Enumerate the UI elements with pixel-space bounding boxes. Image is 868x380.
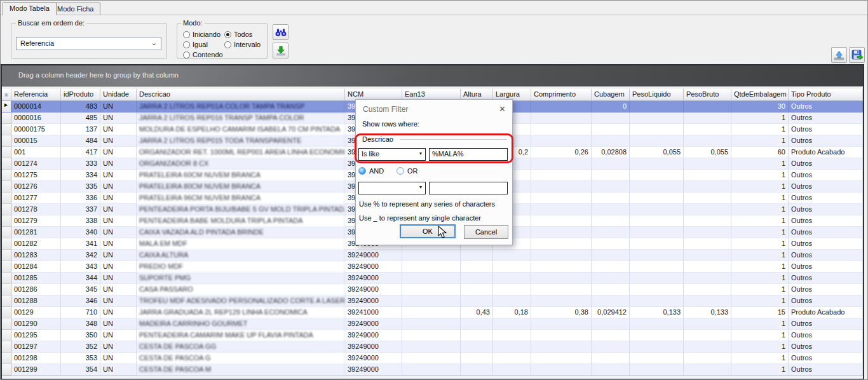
cell-pliq[interactable]: 0,133 <box>630 307 684 318</box>
cell-id[interactable]: 350 <box>61 330 100 341</box>
cell-desc[interactable]: CASA PASSARO <box>137 284 345 295</box>
cell-desc[interactable]: MOLDURA DE ESPELHO CAMARIM ISABELA 70 CM… <box>137 124 345 135</box>
cell-qtde[interactable]: 1 <box>731 295 789 307</box>
cell-comp[interactable] <box>531 135 592 147</box>
cell-referencia[interactable]: 001274 <box>11 158 61 170</box>
cell-ean[interactable] <box>402 307 461 318</box>
filter-operator-combobox[interactable]: Is like ▾ <box>358 148 426 161</box>
cell-un[interactable]: UN <box>100 158 137 170</box>
cell-pbru[interactable]: 0,133 <box>684 307 731 318</box>
cell-tipo[interactable]: Outros <box>789 284 863 295</box>
cell-cub[interactable] <box>592 250 630 261</box>
cell-comp[interactable] <box>531 250 592 261</box>
table-row[interactable]: 001286345UNCASA PASSARO392490001Outros <box>2 284 863 295</box>
cancel-button[interactable]: Cancel <box>464 225 508 239</box>
grid-corner-asterisk-icon[interactable]: ✳ <box>2 89 11 101</box>
mode-radio-intervalo[interactable]: Intervalo <box>224 41 261 50</box>
cell-tipo[interactable]: Outros <box>789 261 863 273</box>
cell-larg[interactable] <box>493 341 531 353</box>
cell-un[interactable]: UN <box>100 227 137 238</box>
mode-radio-iniciando[interactable]: Iniciando <box>183 31 220 39</box>
cell-desc[interactable]: CAIXA VAZADA ALD PINTADA BRINDE <box>137 227 345 238</box>
cell-desc[interactable]: JARRA 2 LITROS REP016 TRANSP TAMPA COLOR <box>137 112 345 124</box>
cell-cub[interactable] <box>592 124 630 135</box>
cell-tipo[interactable]: Outros <box>789 170 863 181</box>
cell-desc[interactable]: PENTEADEIRA CAMARIM MAKE UP FLAVIA PINTA… <box>137 330 345 341</box>
cell-id[interactable]: 340 <box>61 227 100 238</box>
cell-cub[interactable] <box>592 204 630 215</box>
cell-qtde[interactable]: 1 <box>731 318 789 330</box>
column-header-qtdeembalagem[interactable]: QtdeEmbalagem <box>731 89 789 101</box>
cell-ncm[interactable]: 39249000 <box>345 261 402 273</box>
cell-ean[interactable] <box>402 261 461 273</box>
table-row[interactable]: 001283342UNCAIXA ALTURA392490001Outros <box>2 250 863 261</box>
cell-larg[interactable] <box>493 273 531 284</box>
cell-pliq[interactable] <box>630 112 684 124</box>
cell-larg[interactable] <box>493 330 531 341</box>
cell-referencia[interactable]: 0000016 <box>11 112 61 124</box>
cell-qtde[interactable]: 1 <box>731 273 789 284</box>
cell-un[interactable]: UN <box>100 261 137 273</box>
cell-alt[interactable]: 0,43 <box>461 307 493 318</box>
cell-qtde[interactable]: 1 <box>731 193 789 204</box>
cell-referencia[interactable]: 000015 <box>11 135 61 147</box>
cell-ean[interactable] <box>402 318 461 330</box>
find-button[interactable] <box>273 24 288 40</box>
cell-referencia[interactable]: 001288 <box>11 295 61 307</box>
table-row[interactable]: 001290348UNMADEIRA CARRINHO GOURMET39249… <box>2 318 863 330</box>
cell-pbru[interactable]: 0,055 <box>684 147 731 158</box>
cell-larg[interactable] <box>493 318 531 330</box>
cell-referencia[interactable]: 001276 <box>11 181 61 193</box>
cell-qtde[interactable]: 1 <box>731 124 789 135</box>
cell-ean[interactable] <box>402 341 461 353</box>
cell-qtde[interactable]: 1 <box>731 181 789 193</box>
cell-cub[interactable] <box>592 295 630 307</box>
column-header-referencia[interactable]: Referencia <box>11 89 61 101</box>
cell-referencia[interactable]: 001286 <box>11 284 61 295</box>
cell-qtde[interactable]: 30 <box>731 101 789 112</box>
cell-pliq[interactable] <box>630 295 684 307</box>
cell-alt[interactable] <box>461 353 493 364</box>
cell-ncm[interactable]: 39249000 <box>345 250 402 261</box>
cell-qtde[interactable]: 1 <box>731 112 789 124</box>
cell-id[interactable]: 137 <box>61 124 100 135</box>
cell-desc[interactable]: ORGANIZADOR 8 CX <box>137 158 345 170</box>
cell-qtde[interactable]: 1 <box>731 250 789 261</box>
filter-value2-input[interactable] <box>429 182 508 194</box>
cell-comp[interactable] <box>531 181 592 193</box>
cell-un[interactable]: UN <box>100 284 137 295</box>
cell-cub[interactable] <box>592 330 630 341</box>
cell-tipo[interactable]: Outros <box>789 295 863 307</box>
table-row[interactable]: 001295350UNPENTEADEIRA CAMARIM MAKE UP F… <box>2 330 863 341</box>
cell-larg[interactable] <box>493 261 531 273</box>
cell-qtde[interactable]: 1 <box>731 227 789 238</box>
cell-pliq[interactable] <box>630 227 684 238</box>
cell-tipo[interactable]: Outros <box>789 193 863 204</box>
cell-tipo[interactable]: Outros <box>789 124 863 135</box>
cell-id[interactable]: 346 <box>61 295 100 307</box>
cell-desc[interactable]: SUPORTE PMG <box>137 273 345 284</box>
cell-pliq[interactable] <box>630 284 684 295</box>
cell-referencia[interactable]: 001299 <box>11 364 61 376</box>
cell-desc[interactable]: MALA EM MDF <box>137 238 345 250</box>
cell-tipo[interactable]: Outros <box>789 318 863 330</box>
cell-cub[interactable] <box>592 193 630 204</box>
cell-id[interactable]: 341 <box>61 238 100 250</box>
column-header-pesobruto[interactable]: PesoBruto <box>684 89 731 101</box>
cell-id[interactable]: 417 <box>61 147 100 158</box>
cell-pliq[interactable] <box>630 250 684 261</box>
cell-alt[interactable] <box>461 364 493 376</box>
table-row[interactable]: 00129710UNJARRA GRADUADA 2L REP129 LINHA… <box>2 307 863 318</box>
cell-alt[interactable] <box>461 284 493 295</box>
cell-id[interactable]: 334 <box>61 170 100 181</box>
cell-ncm[interactable]: 39249000 <box>345 273 402 284</box>
cell-desc[interactable]: CAIXA ALTURA <box>137 250 345 261</box>
tab-modo-ficha[interactable]: Modo Ficha <box>50 3 100 15</box>
cell-id[interactable]: 333 <box>61 158 100 170</box>
grid-footer-strip[interactable] <box>2 376 863 380</box>
cell-desc[interactable]: ORGANIZADOR RET. 1000ML REP001 AREIA LIN… <box>137 147 345 158</box>
cell-pbru[interactable] <box>684 238 731 250</box>
cell-pbru[interactable] <box>684 101 731 112</box>
cell-referencia[interactable]: 001277 <box>11 193 61 204</box>
cell-tipo[interactable]: Outros <box>789 181 863 193</box>
